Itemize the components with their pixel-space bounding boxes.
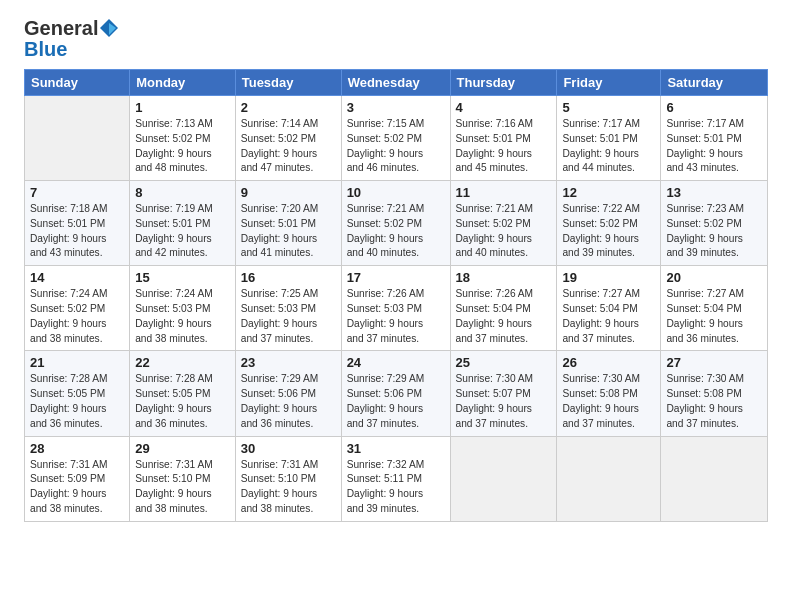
- calendar-day-cell: 19Sunrise: 7:27 AM Sunset: 5:04 PM Dayli…: [557, 266, 661, 351]
- day-info: Sunrise: 7:29 AM Sunset: 5:06 PM Dayligh…: [241, 372, 336, 431]
- weekday-header: Tuesday: [235, 70, 341, 96]
- logo-icon: [99, 18, 119, 38]
- day-info: Sunrise: 7:30 AM Sunset: 5:07 PM Dayligh…: [456, 372, 552, 431]
- day-info: Sunrise: 7:22 AM Sunset: 5:02 PM Dayligh…: [562, 202, 655, 261]
- day-info: Sunrise: 7:14 AM Sunset: 5:02 PM Dayligh…: [241, 117, 336, 176]
- logo-blue-text: Blue: [24, 38, 67, 60]
- day-number: 24: [347, 355, 445, 370]
- calendar-day-cell: 10Sunrise: 7:21 AM Sunset: 5:02 PM Dayli…: [341, 181, 450, 266]
- day-info: Sunrise: 7:15 AM Sunset: 5:02 PM Dayligh…: [347, 117, 445, 176]
- calendar-day-cell: 25Sunrise: 7:30 AM Sunset: 5:07 PM Dayli…: [450, 351, 557, 436]
- calendar-day-cell: 4Sunrise: 7:16 AM Sunset: 5:01 PM Daylig…: [450, 96, 557, 181]
- day-info: Sunrise: 7:27 AM Sunset: 5:04 PM Dayligh…: [666, 287, 762, 346]
- day-info: Sunrise: 7:13 AM Sunset: 5:02 PM Dayligh…: [135, 117, 230, 176]
- calendar-day-cell: 1Sunrise: 7:13 AM Sunset: 5:02 PM Daylig…: [130, 96, 236, 181]
- day-number: 20: [666, 270, 762, 285]
- day-info: Sunrise: 7:24 AM Sunset: 5:03 PM Dayligh…: [135, 287, 230, 346]
- day-number: 22: [135, 355, 230, 370]
- calendar-day-cell: 22Sunrise: 7:28 AM Sunset: 5:05 PM Dayli…: [130, 351, 236, 436]
- day-number: 13: [666, 185, 762, 200]
- day-number: 5: [562, 100, 655, 115]
- calendar-header-row: SundayMondayTuesdayWednesdayThursdayFrid…: [25, 70, 768, 96]
- day-info: Sunrise: 7:28 AM Sunset: 5:05 PM Dayligh…: [30, 372, 124, 431]
- day-number: 9: [241, 185, 336, 200]
- calendar-day-cell: 12Sunrise: 7:22 AM Sunset: 5:02 PM Dayli…: [557, 181, 661, 266]
- calendar-day-cell: 14Sunrise: 7:24 AM Sunset: 5:02 PM Dayli…: [25, 266, 130, 351]
- day-number: 29: [135, 441, 230, 456]
- day-info: Sunrise: 7:18 AM Sunset: 5:01 PM Dayligh…: [30, 202, 124, 261]
- day-info: Sunrise: 7:29 AM Sunset: 5:06 PM Dayligh…: [347, 372, 445, 431]
- day-number: 26: [562, 355, 655, 370]
- calendar-day-cell: [450, 436, 557, 521]
- day-number: 16: [241, 270, 336, 285]
- day-info: Sunrise: 7:32 AM Sunset: 5:11 PM Dayligh…: [347, 458, 445, 517]
- day-info: Sunrise: 7:25 AM Sunset: 5:03 PM Dayligh…: [241, 287, 336, 346]
- calendar-day-cell: 20Sunrise: 7:27 AM Sunset: 5:04 PM Dayli…: [661, 266, 768, 351]
- calendar-day-cell: 21Sunrise: 7:28 AM Sunset: 5:05 PM Dayli…: [25, 351, 130, 436]
- calendar-day-cell: 17Sunrise: 7:26 AM Sunset: 5:03 PM Dayli…: [341, 266, 450, 351]
- day-number: 23: [241, 355, 336, 370]
- day-info: Sunrise: 7:23 AM Sunset: 5:02 PM Dayligh…: [666, 202, 762, 261]
- day-info: Sunrise: 7:28 AM Sunset: 5:05 PM Dayligh…: [135, 372, 230, 431]
- logo: General Blue: [24, 18, 120, 61]
- calendar-page: General Blue SundayMondayTuesdayWednesda…: [0, 0, 792, 612]
- weekday-header: Monday: [130, 70, 236, 96]
- day-number: 6: [666, 100, 762, 115]
- calendar-day-cell: 30Sunrise: 7:31 AM Sunset: 5:10 PM Dayli…: [235, 436, 341, 521]
- day-info: Sunrise: 7:26 AM Sunset: 5:03 PM Dayligh…: [347, 287, 445, 346]
- day-info: Sunrise: 7:30 AM Sunset: 5:08 PM Dayligh…: [562, 372, 655, 431]
- day-info: Sunrise: 7:20 AM Sunset: 5:01 PM Dayligh…: [241, 202, 336, 261]
- day-number: 27: [666, 355, 762, 370]
- day-number: 21: [30, 355, 124, 370]
- day-number: 8: [135, 185, 230, 200]
- day-info: Sunrise: 7:21 AM Sunset: 5:02 PM Dayligh…: [347, 202, 445, 261]
- calendar-day-cell: [557, 436, 661, 521]
- day-number: 10: [347, 185, 445, 200]
- day-number: 28: [30, 441, 124, 456]
- day-number: 17: [347, 270, 445, 285]
- calendar-day-cell: 28Sunrise: 7:31 AM Sunset: 5:09 PM Dayli…: [25, 436, 130, 521]
- calendar-day-cell: 13Sunrise: 7:23 AM Sunset: 5:02 PM Dayli…: [661, 181, 768, 266]
- day-info: Sunrise: 7:19 AM Sunset: 5:01 PM Dayligh…: [135, 202, 230, 261]
- day-number: 19: [562, 270, 655, 285]
- calendar-day-cell: 24Sunrise: 7:29 AM Sunset: 5:06 PM Dayli…: [341, 351, 450, 436]
- day-number: 14: [30, 270, 124, 285]
- day-number: 1: [135, 100, 230, 115]
- day-info: Sunrise: 7:31 AM Sunset: 5:09 PM Dayligh…: [30, 458, 124, 517]
- day-number: 25: [456, 355, 552, 370]
- day-info: Sunrise: 7:27 AM Sunset: 5:04 PM Dayligh…: [562, 287, 655, 346]
- calendar-day-cell: 31Sunrise: 7:32 AM Sunset: 5:11 PM Dayli…: [341, 436, 450, 521]
- day-number: 4: [456, 100, 552, 115]
- day-number: 18: [456, 270, 552, 285]
- calendar-day-cell: 27Sunrise: 7:30 AM Sunset: 5:08 PM Dayli…: [661, 351, 768, 436]
- calendar-day-cell: 11Sunrise: 7:21 AM Sunset: 5:02 PM Dayli…: [450, 181, 557, 266]
- day-info: Sunrise: 7:24 AM Sunset: 5:02 PM Dayligh…: [30, 287, 124, 346]
- day-info: Sunrise: 7:31 AM Sunset: 5:10 PM Dayligh…: [241, 458, 336, 517]
- logo-general-text: General: [24, 18, 98, 38]
- calendar-day-cell: 6Sunrise: 7:17 AM Sunset: 5:01 PM Daylig…: [661, 96, 768, 181]
- weekday-header: Friday: [557, 70, 661, 96]
- header: General Blue: [24, 18, 768, 61]
- weekday-header: Saturday: [661, 70, 768, 96]
- calendar-day-cell: 15Sunrise: 7:24 AM Sunset: 5:03 PM Dayli…: [130, 266, 236, 351]
- calendar-week-row: 28Sunrise: 7:31 AM Sunset: 5:09 PM Dayli…: [25, 436, 768, 521]
- calendar-week-row: 21Sunrise: 7:28 AM Sunset: 5:05 PM Dayli…: [25, 351, 768, 436]
- calendar-day-cell: 5Sunrise: 7:17 AM Sunset: 5:01 PM Daylig…: [557, 96, 661, 181]
- calendar-day-cell: 2Sunrise: 7:14 AM Sunset: 5:02 PM Daylig…: [235, 96, 341, 181]
- day-number: 11: [456, 185, 552, 200]
- day-info: Sunrise: 7:26 AM Sunset: 5:04 PM Dayligh…: [456, 287, 552, 346]
- calendar-day-cell: 18Sunrise: 7:26 AM Sunset: 5:04 PM Dayli…: [450, 266, 557, 351]
- day-number: 12: [562, 185, 655, 200]
- day-info: Sunrise: 7:21 AM Sunset: 5:02 PM Dayligh…: [456, 202, 552, 261]
- calendar-day-cell: 9Sunrise: 7:20 AM Sunset: 5:01 PM Daylig…: [235, 181, 341, 266]
- calendar-week-row: 14Sunrise: 7:24 AM Sunset: 5:02 PM Dayli…: [25, 266, 768, 351]
- calendar-week-row: 7Sunrise: 7:18 AM Sunset: 5:01 PM Daylig…: [25, 181, 768, 266]
- day-info: Sunrise: 7:31 AM Sunset: 5:10 PM Dayligh…: [135, 458, 230, 517]
- day-number: 30: [241, 441, 336, 456]
- day-info: Sunrise: 7:30 AM Sunset: 5:08 PM Dayligh…: [666, 372, 762, 431]
- day-number: 3: [347, 100, 445, 115]
- calendar-table: SundayMondayTuesdayWednesdayThursdayFrid…: [24, 69, 768, 522]
- calendar-day-cell: [25, 96, 130, 181]
- day-number: 15: [135, 270, 230, 285]
- day-number: 7: [30, 185, 124, 200]
